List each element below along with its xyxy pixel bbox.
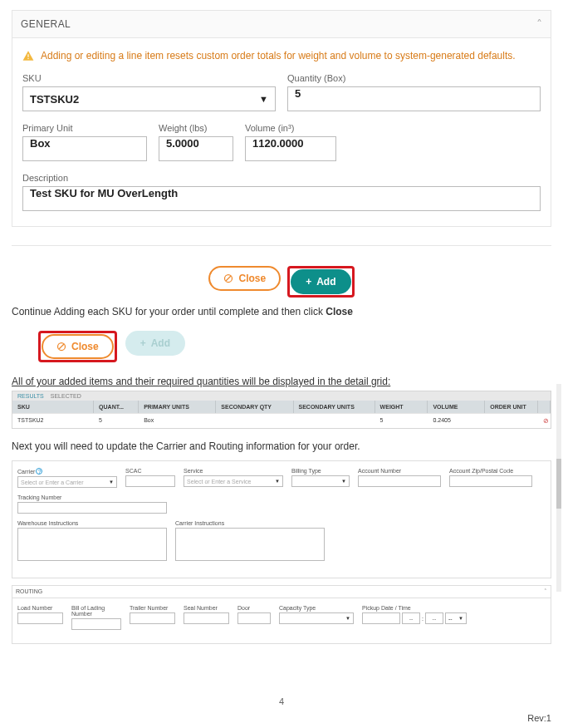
carrier-label: Carrier? — [17, 468, 117, 475]
col-primary-units[interactable]: PRIMARY UNITS — [139, 401, 216, 413]
zip-input[interactable] — [449, 475, 532, 487]
desc-input[interactable]: Test SKU for MU OverLength — [22, 186, 541, 211]
qty-input[interactable]: 5 — [287, 86, 541, 111]
seal-input[interactable] — [184, 612, 229, 624]
svg-line-5 — [59, 344, 64, 349]
col-secondary-units[interactable]: SECONDARY UNITS — [294, 401, 375, 413]
svg-rect-1 — [27, 58, 28, 59]
carrier-panel: Carrier? Select or Enter a Carrier ▼ SCA… — [12, 460, 551, 578]
seal-label: Seal Number — [184, 605, 229, 611]
highlight-box-close: Close — [38, 331, 117, 362]
warehouse-instructions[interactable] — [17, 528, 167, 561]
close-button[interactable]: Close — [208, 266, 281, 291]
help-icon[interactable]: ? — [36, 468, 42, 475]
page-number: 4 — [0, 696, 563, 706]
billing-select[interactable]: ▼ — [291, 475, 350, 487]
weight-input[interactable]: 5.0000 — [159, 136, 233, 161]
cell-ou — [485, 414, 538, 428]
bol-label: Bill of Lading Number — [71, 605, 121, 617]
caret-down-icon: ▼ — [275, 479, 280, 484]
button-row-2: Close + Add — [38, 331, 551, 362]
tracking-label: Tracking Number — [17, 494, 167, 500]
pickup-date-input[interactable] — [362, 612, 400, 624]
instruction-3: Next you will need to update the Carrier… — [12, 440, 551, 452]
warning-banner: Adding or editing a line item resets cus… — [22, 50, 541, 61]
volume-label: Volume (in³) — [245, 123, 336, 133]
routing-panel-body: Load Number Bill of Lading Number Traile… — [12, 598, 551, 644]
table-row[interactable]: TSTSKU2 5 Box 5 0.2405 ⊘ — [12, 413, 551, 428]
tracking-input[interactable] — [17, 502, 167, 514]
scac-label: SCAC — [125, 468, 175, 474]
delete-icon[interactable]: ⊘ — [543, 417, 549, 425]
cell-delete[interactable]: ⊘ — [538, 414, 551, 428]
general-heading: GENERAL — [21, 18, 71, 30]
acct-input[interactable] — [358, 475, 441, 487]
pickup-hour[interactable] — [402, 612, 420, 624]
scac-input[interactable] — [125, 475, 175, 487]
cap-label: Capacity Type — [279, 605, 354, 611]
sku-value: TSTSKU2 — [30, 93, 79, 106]
col-volume[interactable]: VOLUME — [428, 401, 485, 413]
revision: Rev:1 — [527, 713, 551, 723]
general-panel-header[interactable]: GENERAL ˄ — [12, 10, 551, 38]
caret-down-icon: ▼ — [341, 479, 346, 484]
cell-vol: 0.2405 — [428, 414, 485, 428]
divider — [12, 245, 551, 246]
acct-label: Account Number — [358, 468, 441, 474]
scrollbar-thumb[interactable] — [556, 459, 561, 509]
routing-panel-header[interactable]: ROUTING ˄ — [12, 585, 551, 598]
prohibit-icon — [223, 273, 233, 283]
billing-label: Billing Type — [291, 468, 350, 474]
close-button-2[interactable]: Close — [42, 334, 114, 359]
service-label: Service — [184, 468, 283, 474]
pickup-min[interactable] — [425, 612, 443, 624]
col-sku[interactable]: SKU — [12, 401, 94, 413]
door-input[interactable] — [237, 612, 271, 624]
scrollbar[interactable] — [556, 384, 561, 592]
load-input[interactable] — [17, 612, 63, 624]
instruction-2: All of your added items and their requir… — [12, 376, 551, 387]
prohibit-icon — [56, 342, 66, 352]
caret-down-icon: ▼ — [109, 480, 114, 485]
cap-select[interactable]: ▼ — [279, 612, 354, 624]
trailer-input[interactable] — [130, 612, 175, 624]
svg-line-3 — [226, 276, 231, 281]
weight-label: Weight (lbs) — [159, 123, 233, 133]
col-order-unit[interactable]: ORDER UNIT — [485, 401, 538, 413]
grid-header-row: SKU QUANT... PRIMARY UNITS SECONDARY QTY… — [12, 401, 551, 413]
cell-sq — [216, 414, 293, 428]
tab-selected[interactable]: SELECTED — [51, 393, 81, 399]
pickup-label: Pickup Date / Time — [362, 605, 487, 611]
routing-heading: ROUTING — [16, 588, 42, 595]
carrier-instructions[interactable] — [175, 528, 325, 561]
cell-pu: Box — [139, 414, 216, 428]
punit-label: Primary Unit — [22, 123, 147, 133]
tab-results[interactable]: RESULTS — [17, 393, 44, 399]
warning-text: Adding or editing a line item resets cus… — [41, 50, 516, 61]
collapse-chevron-icon[interactable]: ˄ — [544, 588, 547, 595]
col-secondary-qty[interactable]: SECONDARY QTY — [216, 401, 293, 413]
pickup-ampm[interactable]: --▼ — [445, 612, 467, 624]
qty-value: 5 — [295, 87, 301, 100]
service-select[interactable]: Select or Enter a Service ▼ — [184, 475, 283, 487]
carrier-select[interactable]: Select or Enter a Carrier ▼ — [17, 476, 117, 488]
add-button[interactable]: + Add — [291, 269, 350, 294]
cinstr-label: Carrier Instructions — [175, 520, 325, 526]
load-label: Load Number — [17, 605, 63, 611]
door-label: Door — [237, 605, 271, 611]
highlight-box-add: + Add — [287, 266, 354, 298]
col-weight[interactable]: WEIGHT — [375, 401, 428, 413]
add-label: Add — [316, 276, 335, 288]
col-qty[interactable]: QUANT... — [94, 401, 139, 413]
detail-grid: RESULTS SELECTED SKU QUANT... PRIMARY UN… — [12, 391, 551, 429]
general-panel-body: Adding or editing a line item resets cus… — [12, 38, 551, 227]
svg-rect-0 — [27, 54, 28, 57]
cell-qty: 5 — [94, 414, 139, 428]
sku-select[interactable]: TSTSKU2 ▼ — [22, 86, 276, 111]
collapse-chevron-icon[interactable]: ˄ — [536, 17, 542, 31]
bol-input[interactable] — [71, 618, 121, 630]
qty-label: Quantity (Box) — [287, 73, 541, 83]
volume-input[interactable]: 1120.0000 — [245, 136, 336, 161]
pickup-datetime[interactable]: : --▼ — [362, 612, 487, 624]
instruction-1: Continue Adding each SKU for your order … — [12, 306, 551, 317]
